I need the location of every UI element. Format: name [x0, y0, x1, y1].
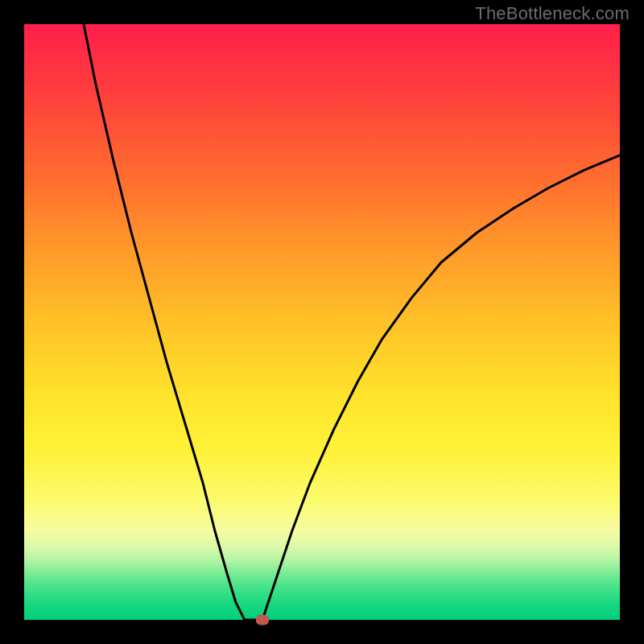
gradient-plot-area	[24, 24, 620, 620]
optimum-marker-icon	[256, 615, 269, 625]
bottleneck-curve	[24, 24, 620, 620]
watermark-text: TheBottleneck.com	[475, 3, 630, 24]
chart-frame: TheBottleneck.com	[0, 0, 644, 644]
curve-path	[84, 24, 620, 620]
